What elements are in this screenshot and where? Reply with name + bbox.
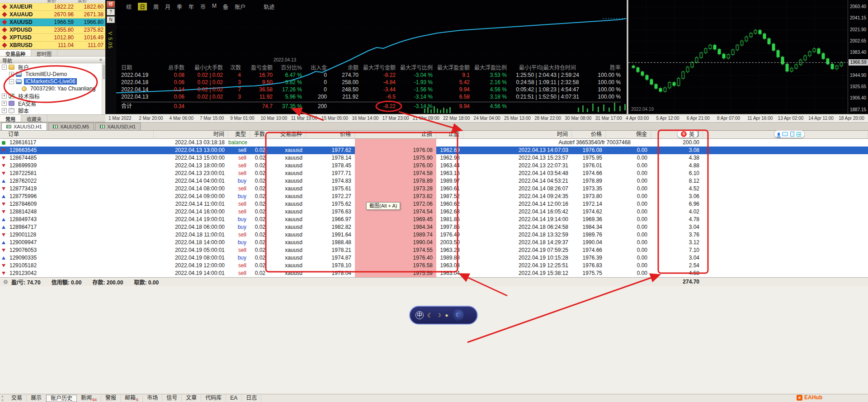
chart-toolbar-item[interactable]: M [212,3,217,10]
bottom-tab-3[interactable]: 新闻94 [77,395,101,402]
bottom-tab-1[interactable]: 展示 [27,395,46,402]
tree-expander-icon[interactable]: − [2,65,7,70]
history-row[interactable]: 1286161172022.04.13 03:18:18balanceAutot… [0,139,868,147]
toolbox-icon[interactable] [797,132,801,137]
ime-mode-label[interactable]: 英 [689,130,694,138]
ime-toolbar[interactable]: S 英 [677,130,698,138]
chart-toolbar-item[interactable]: 币 [200,3,206,10]
equity-chart-panel[interactable]: 修?N V 5.05 综日周月季年币M备账户轨迹 2022.04.13 日期总手… [105,0,627,114]
navigator-item[interactable]: +EA交易 [0,99,102,107]
tree-expander-icon[interactable]: − [9,79,14,84]
navigator-item[interactable]: 70037290: Yao Chuanliang [0,85,102,92]
history-row[interactable]: 1287734192022.04.14 08:00:00sell0.02xauu… [0,185,868,193]
chart-toolbar-item[interactable]: 备 [223,3,228,10]
chart-tab-2[interactable]: XAUUSD,H1 [95,123,141,130]
language-icon[interactable]: 中 [415,311,424,319]
price-chart-panel[interactable]: 2022.04.19 [628,0,848,114]
market-watch-row[interactable]: XAUAUD2670.962671.38 [0,11,105,19]
screenshot-floating-toolbar[interactable]: 中 ☾ ☽ ★ ☾ [409,306,478,325]
bottom-tab-11[interactable]: 日志 [242,395,261,402]
chart-toolbar-item[interactable]: 轨迹 [264,3,274,10]
sleeping-cat-icon[interactable]: ☾ [452,309,464,321]
history-header-8[interactable]: 时间 [463,131,572,138]
history-row[interactable]: 1286999392022.04.13 18:00:00sell0.02xauu… [0,162,868,170]
history-row[interactable]: 1290099472022.04.18 14:00:00buy0.02xauus… [0,239,868,246]
chart-toolbar-item[interactable]: 日 [138,3,147,10]
moon-icon[interactable]: ☽ [437,312,441,318]
bottom-tab-10[interactable]: EA [226,395,242,402]
market-watch-tab-1[interactable]: 即时图 [31,50,57,56]
bottom-tab-7[interactable]: 信号 [162,395,182,402]
sogou-logo-icon[interactable]: S [681,131,687,137]
tab-bar-grip[interactable] [2,396,3,401]
history-header-1[interactable]: 时间 [154,131,228,138]
history-row[interactable]: 1286744852022.04.13 15:00:00sell0.02xauu… [0,154,868,162]
chart-side-button-2[interactable]: N [107,16,115,23]
navigator-scrollbar[interactable] [102,63,105,114]
history-header-6[interactable]: 止损 [355,131,436,138]
tree-expander-icon[interactable]: + [2,94,7,99]
bottom-tab-8[interactable]: 文章 [182,395,201,402]
market-watch-row[interactable]: XBRUSD111.04111.07 [0,42,105,49]
navigator-item[interactable]: +技术指标 [0,92,102,99]
history-header-0[interactable]: 订单 [0,131,154,138]
history-header-3[interactable]: 手数 [250,131,269,138]
history-row[interactable]: 1290903352022.04.19 08:00:01buy0.02xauus… [0,254,868,262]
navigator-item[interactable]: −ICMarketsSC-Live06 [0,78,102,85]
bottom-tab-5[interactable]: 邮箱6 [121,395,143,402]
tree-expander-icon[interactable]: + [2,101,7,106]
chart-side-button-0[interactable]: 修 [107,1,115,8]
history-header-4[interactable]: 交易品种 [269,131,306,138]
chart-toolbar-item[interactable]: 综 [126,3,132,10]
navigator-item[interactable]: +TickmillEU-Demo [0,71,102,78]
bottom-tab-9[interactable]: 代码库 [201,395,226,402]
market-watch-row[interactable]: XPDUSD2355.802375.82 [0,26,105,34]
history-row[interactable]: 1289847172022.04.18 06:00:00buy0.02xauus… [0,223,868,231]
history-header-2[interactable]: 类型 [228,131,250,138]
navigator-tab-0[interactable]: 常用 [0,115,21,122]
market-watch-row[interactable]: XAUEUR1822.221822.60 [0,3,105,11]
close-icon[interactable]: × [98,57,104,62]
chart-side-button-1[interactable]: ? [107,9,115,15]
history-row[interactable]: 1290011282022.04.18 11:00:01sell0.02xauu… [0,231,868,239]
chart-tab-1[interactable]: XAUUSD,M5 [48,123,94,130]
chart-toolbar-item[interactable]: 年 [189,3,194,10]
history-row[interactable]: 1291051822022.04.19 12:00:00sell0.02xauu… [0,262,868,270]
history-row[interactable]: 1287846092022.04.14 11:00:01sell0.02xauu… [0,200,868,208]
history-row[interactable]: 1286635452022.04.13 13:00:00sell0.02xauu… [0,147,868,154]
moon-icon[interactable]: ☾ [427,312,433,319]
history-row[interactable]: 1287620222022.04.14 04:00:01buy0.02xauus… [0,177,868,185]
tree-expander-icon[interactable]: + [9,72,14,77]
history-row[interactable]: 1291230422022.04.19 14:00:01sell0.02xauu… [0,270,868,277]
chart-toolbar-item[interactable]: 季 [177,3,182,10]
market-watch-row[interactable]: XAUUSD1966.591966.80 [0,19,105,26]
chart-tab-0[interactable]: XAUUSD,H1 [1,123,47,130]
history-row[interactable]: 1287225812022.04.13 23:00:01sell0.02xauu… [0,170,868,177]
history-row[interactable]: 1288497432022.04.14 19:00:01buy0.02xauus… [0,216,868,223]
history-header-7[interactable]: 止盈 [436,131,463,138]
bottom-tab-6[interactable]: 市场 [143,395,162,402]
market-watch-tab-0[interactable]: 交易品种 [0,50,31,56]
history-header-10[interactable]: 佣金 [606,131,651,138]
history-row[interactable]: 1290760532022.04.19 05:00:01sell0.02xauu… [0,246,868,254]
bottom-tab-0[interactable]: 交易 [7,395,27,402]
ime-tools-toolbar[interactable] [774,130,805,138]
bottom-tab-2[interactable]: 账户历史 [46,395,77,402]
history-row[interactable]: 1287759962022.04.14 09:00:00buy0.02xauus… [0,193,868,200]
chart-toolbar-item[interactable]: 账户 [235,3,245,10]
chart-toolbar-item[interactable]: 周 [153,3,159,10]
market-watch-row[interactable]: XPTUSD1012.801016.49 [0,34,105,42]
chart-toolbar-item[interactable]: 月 [165,3,170,10]
history-row[interactable]: 1288142482022.04.14 16:00:00sell0.02xauu… [0,208,868,216]
bottom-tab-4[interactable]: 警报 [101,395,121,402]
clipboard-icon[interactable] [790,132,794,137]
microphone-icon[interactable] [778,132,780,136]
tree-expander-icon[interactable]: + [2,108,7,113]
history-header-9[interactable]: 价格 [572,131,606,138]
commission-cell: 0.00 [606,162,651,170]
history-header-5[interactable]: 价格 [306,131,355,138]
navigator-tab-1[interactable]: 收藏夹 [21,115,47,122]
navigator-item[interactable]: +脚本 [0,107,102,114]
keyboard-icon[interactable] [782,132,788,136]
navigator-item[interactable]: −账户 [0,63,102,71]
